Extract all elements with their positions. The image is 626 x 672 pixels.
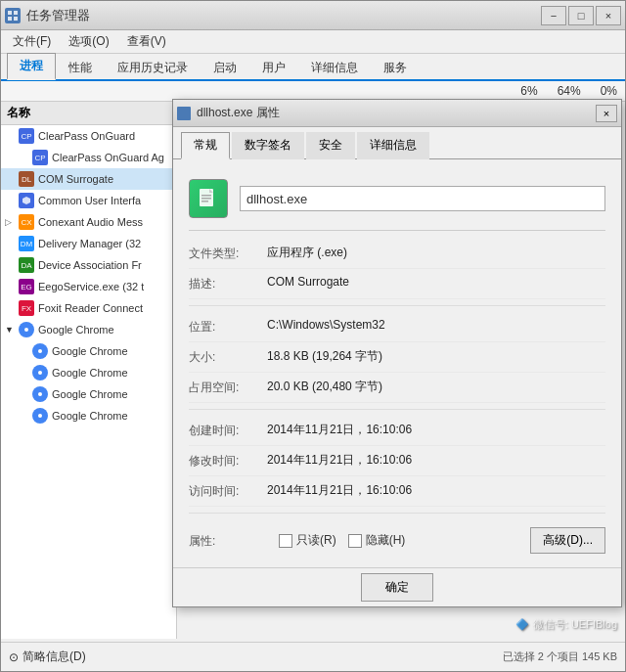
tab-details[interactable]: 详细信息 — [298, 55, 371, 80]
prop-label-attr: 属性: — [189, 532, 267, 550]
list-item[interactable]: Google Chrome — [1, 405, 176, 426]
svg-rect-2 — [8, 17, 12, 21]
dialog-title-bar: dllhost.exe 属性 × — [173, 100, 621, 127]
disk-stat: 0% — [601, 84, 617, 98]
process-name: Google Chrome — [38, 324, 114, 336]
prop-row-loc: 位置: C:\Windows\System32 — [189, 312, 605, 342]
process-name: Conexant Audio Mess — [38, 216, 143, 228]
conexant-icon: CX — [19, 214, 34, 230]
taskmanager-icon — [5, 8, 21, 23]
device-assoc-icon: DA — [19, 257, 34, 273]
list-item[interactable]: FX Foxit Reader Connect — [1, 297, 176, 319]
common-user-icon — [19, 193, 34, 208]
cpu-stat: 6% — [520, 84, 537, 98]
dialog-footer: 确定 — [173, 567, 621, 606]
dialog-tab-bar: 常规 数字签名 安全 详细信息 — [173, 127, 621, 159]
dialog-icon — [177, 107, 191, 120]
tab-startup[interactable]: 启动 — [201, 55, 249, 80]
expand-label: 简略信息(D) — [22, 649, 86, 665]
advanced-button[interactable]: 高级(D)... — [530, 527, 605, 554]
list-item[interactable]: Google Chrome — [1, 383, 176, 405]
dialog-tab-security[interactable]: 安全 — [306, 132, 355, 159]
tab-history[interactable]: 应用历史记录 — [105, 55, 201, 80]
svg-rect-1 — [14, 11, 18, 15]
readonly-checkbox[interactable]: 只读(R) — [279, 532, 336, 549]
dialog-tab-general[interactable]: 常规 — [181, 132, 230, 159]
tab-bar: 进程 性能 应用历史记录 启动 用户 详细信息 服务 — [1, 54, 625, 81]
hidden-checkbox-box[interactable] — [348, 534, 362, 548]
dialog-tab-details[interactable]: 详细信息 — [357, 132, 429, 159]
prop-row-size: 大小: 18.8 KB (19,264 字节) — [189, 342, 605, 373]
process-name: ClearPass OnGuard — [38, 130, 135, 142]
hidden-checkbox[interactable]: 隐藏(H) — [348, 532, 406, 549]
process-name: Common User Interfa — [38, 195, 141, 206]
prop-value-type: 应用程序 (.exe) — [267, 245, 605, 261]
list-item[interactable]: Google Chrome — [1, 340, 176, 362]
list-item[interactable]: Common User Interfa — [1, 190, 176, 211]
svg-point-11 — [38, 392, 42, 396]
list-item[interactable]: ▼ Google Chrome — [1, 319, 176, 340]
process-name: Device Association Fr — [38, 259, 142, 271]
expand-chevron-icon: ⊙ — [9, 650, 19, 664]
svg-rect-3 — [14, 17, 18, 21]
status-text: 已选择 2 个项目 145 KB — [503, 650, 617, 664]
list-item[interactable]: DA Device Association Fr — [1, 254, 176, 276]
tab-services[interactable]: 服务 — [371, 55, 420, 80]
dialog-close-button[interactable]: × — [596, 105, 617, 122]
dialog-tab-signature[interactable]: 数字签名 — [232, 132, 304, 159]
file-name-input[interactable] — [240, 186, 605, 211]
list-item[interactable]: EG EegoService.exe (32 t — [1, 276, 176, 297]
title-controls: − □ × — [541, 6, 621, 25]
confirm-button[interactable]: 确定 — [361, 573, 433, 602]
watermark-icon: 🔷 — [515, 618, 529, 631]
svg-rect-16 — [201, 195, 211, 197]
prop-label-size: 大小: — [189, 348, 267, 366]
prop-row-accessed: 访问时间: 2014年11月21日，16:10:06 — [189, 476, 605, 507]
file-icon — [189, 179, 228, 218]
prop-value-modified: 2014年11月21日，16:10:06 — [267, 452, 605, 469]
close-button[interactable]: × — [596, 6, 621, 25]
process-items: CP ClearPass OnGuard CP ClearPass OnGuar… — [1, 125, 176, 639]
tab-users[interactable]: 用户 — [249, 55, 298, 80]
tab-performance[interactable]: 性能 — [56, 55, 105, 80]
maximize-button[interactable]: □ — [568, 6, 594, 25]
list-item[interactable]: CP ClearPass OnGuard — [1, 125, 176, 147]
properties-dialog: dllhost.exe 属性 × 常规 数字签名 安全 详细信息 文件类型: 应… — [172, 99, 622, 607]
svg-point-7 — [38, 349, 42, 353]
process-list: 名称 CP ClearPass OnGuard CP ClearPass OnG… — [1, 102, 177, 639]
list-item[interactable]: Google Chrome — [1, 362, 176, 383]
prop-value-disk: 20.0 KB (20,480 字节) — [267, 379, 605, 395]
prop-row-modified: 修改时间: 2014年11月21日，16:10:06 — [189, 446, 605, 476]
dialog-title-left: dllhost.exe 属性 — [177, 105, 280, 121]
list-item[interactable]: ▷ CX Conexant Audio Mess — [1, 211, 176, 233]
list-item[interactable]: CP ClearPass OnGuard Ag — [1, 147, 176, 168]
list-item[interactable]: DL COM Surrogate — [1, 168, 176, 190]
prop-row-desc: 描述: COM Surrogate — [189, 269, 605, 299]
title-bar-left: 任务管理器 — [5, 7, 90, 24]
prop-value-size: 18.8 KB (19,264 字节) — [267, 348, 605, 365]
menu-options[interactable]: 选项(O) — [61, 31, 116, 52]
menu-view[interactable]: 查看(V) — [119, 31, 174, 52]
watermark-text: 微信号: UEFIBlog — [533, 617, 617, 632]
tab-process[interactable]: 进程 — [7, 53, 56, 80]
readonly-checkbox-box[interactable] — [279, 534, 292, 548]
attributes-row: 属性: 只读(R) 隐藏(H) 高级(D)... — [189, 519, 605, 561]
svg-point-5 — [24, 328, 28, 332]
prop-label-accessed: 访问时间: — [189, 482, 267, 500]
minimize-button[interactable]: − — [541, 6, 566, 25]
dialog-content: 文件类型: 应用程序 (.exe) 描述: COM Surrogate 位置: … — [173, 159, 621, 573]
expand-icon: ▷ — [5, 217, 17, 227]
process-name: Foxit Reader Connect — [38, 302, 143, 314]
process-name: Google Chrome — [52, 367, 128, 379]
list-item[interactable]: DM Delivery Manager (32 — [1, 233, 176, 254]
divider-1 — [189, 305, 605, 306]
hidden-label: 隐藏(H) — [366, 532, 406, 549]
clearpass-onguard-icon: CP — [19, 128, 34, 144]
expand-button[interactable]: ⊙ 简略信息(D) — [9, 649, 86, 665]
file-header — [189, 171, 605, 231]
divider-2 — [189, 409, 605, 410]
prop-label-disk: 占用空间: — [189, 379, 267, 396]
window-title: 任务管理器 — [26, 7, 90, 24]
watermark: 🔷 微信号: UEFIBlog — [515, 617, 617, 632]
menu-file[interactable]: 文件(F) — [5, 31, 59, 52]
